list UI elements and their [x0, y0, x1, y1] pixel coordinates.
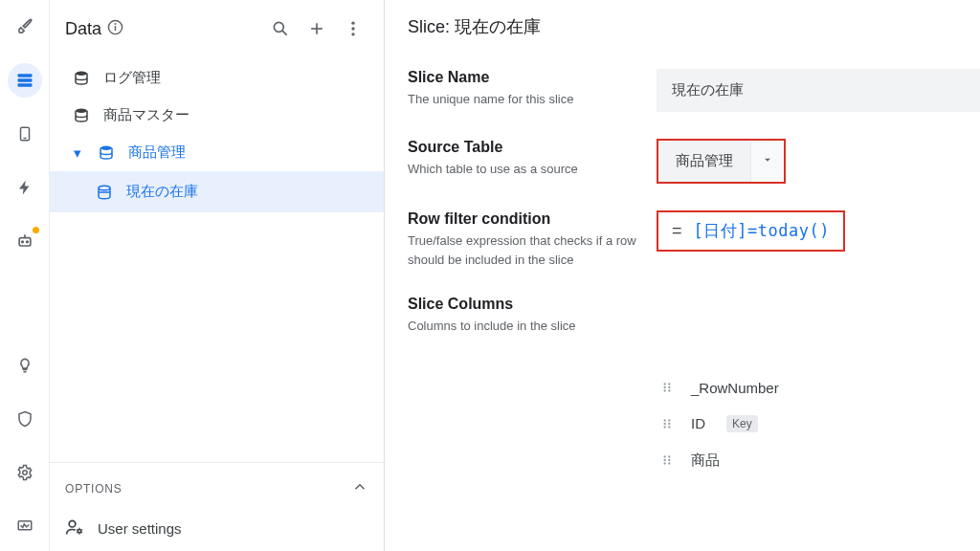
- sidebar-title: Data: [65, 19, 101, 39]
- column-label: ID: [691, 415, 705, 431]
- data-tree: ログ管理 商品マスター ▾ 商品管理 現在の在庫: [50, 54, 384, 462]
- rail-gear-icon[interactable]: [8, 455, 42, 490]
- caret-down-icon: ▾: [71, 144, 84, 162]
- tree-subitem-label: 現在の在庫: [126, 183, 198, 201]
- field-source-table: Source Table Which table to use as a sou…: [408, 118, 980, 189]
- tree-subitem-current-stock[interactable]: 現在の在庫: [50, 171, 384, 212]
- svg-point-29: [668, 383, 670, 385]
- equals-icon: =: [672, 221, 682, 241]
- row-filter-expression[interactable]: = [日付]=today(): [657, 210, 845, 252]
- more-icon[interactable]: [338, 13, 368, 44]
- options-header[interactable]: OPTIONS: [65, 463, 368, 506]
- slice-icon: [94, 184, 115, 201]
- dropdown-arrow-icon[interactable]: [750, 142, 784, 182]
- field-row-filter: Row filter condition True/false expressi…: [408, 189, 980, 275]
- data-sidebar: Data ログ管理 商品マスター ▾: [50, 0, 385, 551]
- svg-point-24: [99, 186, 110, 190]
- svg-point-41: [668, 455, 670, 457]
- svg-point-31: [668, 386, 670, 388]
- field-desc: Columns to include in the slice: [408, 317, 641, 336]
- svg-point-35: [668, 419, 670, 421]
- source-table-select[interactable]: 商品管理: [657, 139, 786, 184]
- svg-point-33: [668, 389, 670, 391]
- svg-point-42: [664, 459, 666, 461]
- svg-point-28: [664, 383, 666, 385]
- field-slice-columns: Slice Columns Columns to include in the …: [408, 275, 980, 342]
- tree-item-label: ログ管理: [103, 69, 161, 87]
- column-row[interactable]: _RowNumber: [658, 370, 980, 406]
- search-icon[interactable]: [265, 13, 296, 44]
- notification-dot-icon: [33, 227, 39, 233]
- nav-rail: [0, 0, 50, 551]
- drag-handle-icon[interactable]: [658, 453, 676, 467]
- svg-point-26: [69, 520, 76, 527]
- drag-handle-icon[interactable]: [658, 381, 676, 394]
- tree-item-log[interactable]: ログ管理: [50, 59, 384, 97]
- svg-point-6: [21, 241, 23, 243]
- column-label: 商品: [691, 452, 720, 470]
- info-icon[interactable]: [107, 19, 123, 39]
- rail-bot-icon[interactable]: [8, 224, 42, 258]
- svg-point-32: [664, 389, 666, 391]
- select-value: 商品管理: [658, 141, 750, 182]
- field-slice-name: Slice Name The unique name for this slic…: [408, 48, 980, 118]
- svg-point-36: [664, 422, 666, 424]
- rail-data-icon[interactable]: [8, 63, 42, 98]
- tree-item-master[interactable]: 商品マスター: [50, 97, 384, 134]
- sidebar-options: OPTIONS User settings: [50, 462, 384, 551]
- svg-point-44: [664, 462, 666, 464]
- database-icon: [71, 107, 92, 124]
- tree-item-label: 商品管理: [128, 143, 186, 162]
- svg-rect-1: [17, 78, 32, 81]
- column-row[interactable]: 商品: [658, 442, 980, 479]
- field-label: Source Table: [408, 139, 641, 156]
- rail-bulb-icon[interactable]: [8, 348, 42, 383]
- svg-point-27: [78, 530, 80, 533]
- svg-point-34: [664, 419, 666, 421]
- drag-handle-icon[interactable]: [658, 417, 676, 430]
- options-title: OPTIONS: [65, 482, 122, 496]
- rail-bolt-icon[interactable]: [8, 170, 42, 205]
- add-icon[interactable]: [301, 13, 332, 44]
- expression-code: [日付]=today(): [694, 220, 830, 242]
- options-row-label: User settings: [98, 520, 182, 537]
- main-panel: Slice: 現在の在庫 Slice Name The unique name …: [385, 0, 980, 551]
- database-icon: [96, 144, 117, 162]
- field-label: Slice Name: [408, 69, 641, 86]
- rail-shield-icon[interactable]: [8, 402, 42, 436]
- svg-point-30: [664, 386, 666, 388]
- rail-device-icon[interactable]: [8, 117, 42, 151]
- rail-monitor-icon[interactable]: [8, 509, 42, 543]
- svg-point-7: [26, 241, 28, 243]
- options-user-settings[interactable]: User settings: [65, 506, 368, 551]
- svg-point-23: [100, 145, 112, 150]
- tree-item-product[interactable]: ▾ 商品管理: [50, 134, 384, 171]
- page-title: Slice: 現在の在庫: [408, 15, 980, 48]
- svg-rect-0: [17, 74, 32, 77]
- svg-point-9: [22, 471, 27, 475]
- rail-rocket-icon[interactable]: [8, 10, 42, 44]
- field-desc: True/false expression that checks if a r…: [408, 231, 641, 269]
- svg-point-21: [76, 71, 87, 76]
- svg-point-18: [351, 22, 354, 25]
- svg-point-39: [668, 426, 670, 428]
- svg-point-13: [115, 23, 116, 24]
- sidebar-header: Data: [50, 0, 384, 54]
- field-label: Slice Columns: [408, 296, 641, 313]
- svg-point-22: [76, 108, 87, 113]
- database-icon: [71, 70, 92, 87]
- svg-point-20: [351, 33, 354, 35]
- chevron-up-icon: [351, 478, 368, 498]
- svg-rect-2: [17, 83, 32, 86]
- svg-point-37: [668, 422, 670, 424]
- svg-point-14: [274, 22, 283, 32]
- slice-name-input[interactable]: [657, 69, 980, 112]
- column-row[interactable]: ID Key: [658, 406, 980, 442]
- key-badge: Key: [726, 415, 758, 432]
- svg-point-43: [668, 459, 670, 461]
- svg-point-19: [351, 27, 354, 30]
- field-desc: Which table to use as a source: [408, 160, 641, 179]
- svg-point-45: [668, 462, 670, 464]
- field-desc: The unique name for this slice: [408, 90, 641, 109]
- user-settings-icon: [65, 518, 84, 540]
